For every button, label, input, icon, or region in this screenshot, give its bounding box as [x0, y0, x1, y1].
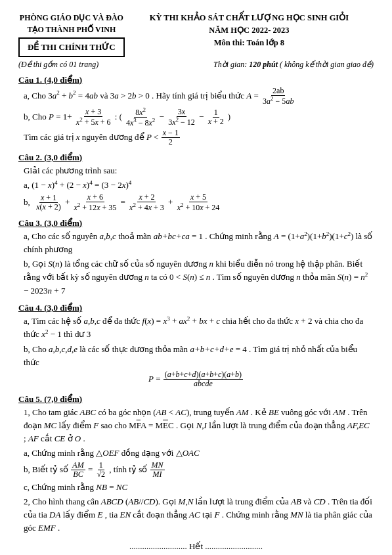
question-4: Câu 4. (3,0 điểm) a, Tìm các hệ số a,b,c… [18, 303, 374, 389]
q1b-frac3: 3x 3x2 − 12 [167, 108, 196, 127]
page-header: PHÒNG GIÁO DỤC VÀ ĐÀO TẠO THÀNH PHỐ VINH… [18, 12, 374, 57]
q1b-line2: Tìm các giá trị x nguyên dương để P < x … [18, 129, 374, 146]
q5b-frac2: 1 √2 [96, 461, 107, 479]
q2a-line: a, (1 − x)4 + (2 − x)4 = (3 − 2x)4 [18, 179, 374, 192]
subtitle-row: (Đề thi gồm có 01 trang) Thời gian: 120 … [18, 60, 374, 70]
q1a-line: a, Cho 3a2 + b2 = 4ab và 3a > 2b > 0 . H… [18, 87, 374, 106]
header-left-line2: TẠO THÀNH PHỐ VINH [18, 24, 125, 35]
q1a-fraction: 2ab 3a2 − 5ab [261, 87, 295, 106]
q2b-frac1: x + 1 x(x + 2) [35, 194, 62, 211]
q1-title: Câu 1. (4,0 điểm) [18, 75, 374, 85]
q3a-line: a, Cho các số nguyên a,b,c thoả mãn ab+b… [18, 230, 374, 257]
q4-title: Câu 4. (3,0 điểm) [18, 303, 374, 313]
question-3: Câu 3. (3,0 điểm) a, Cho các số nguyên a… [18, 218, 374, 298]
q2-intro: Giải các phương trình sau: [18, 164, 374, 177]
q4b-line1: b, Cho a,b,c,d,e là các số thực dương th… [18, 343, 374, 369]
q2b-frac4: x + 5 x2 + 10x + 24 [176, 193, 221, 212]
q1b-frac1: x + 3 x2 + 5x + 6 [75, 108, 112, 127]
q4b-expression: P = (a+b+c+d)(a+b+c)(a+b) abcde [18, 370, 374, 388]
q2b-frac2: x + 6 x2 + 12x + 35 [73, 193, 118, 212]
q1b-frac-right: x − 1 2 [162, 129, 180, 146]
q1b-frac2: 8x2 4x3 − 8x2 [125, 107, 156, 127]
q2b-line: b, x + 1 x(x + 2) + x + 6 x2 + 12x + 35 … [18, 193, 374, 212]
header-right-line1: KỲ THI KHẢO SÁT CHẤT LƯỢNG HỌC SINH GIỎI [125, 12, 374, 24]
q5b-frac3: MN MI [150, 461, 165, 479]
header-left: PHÒNG GIÁO DỤC VÀ ĐÀO TẠO THÀNH PHỐ VINH… [18, 12, 125, 57]
question-5: Câu 5. (7,0 điểm) 1, Cho tam giác ABC có… [18, 394, 374, 535]
subtitle-left: (Đề thi gồm có 01 trang) [18, 60, 98, 70]
header-right-line2: NĂM HỌC 2022- 2023 [125, 24, 374, 37]
q1b-frac4: 1 x + 2 [207, 108, 225, 126]
official-label: ĐỀ THI CHÍNH THỨC [18, 37, 125, 57]
q5-2-intro: 2, Cho hình thang cân ABCD (AB//CD). Gọi… [18, 495, 374, 535]
divider: ........................... Hết ........… [18, 541, 374, 552]
q1a-frac-num: 2ab [271, 87, 285, 96]
subtitle-right: Thời gian: 120 phút ( không kể thời gian… [213, 60, 374, 70]
header-right-line3: Môn thi: Toán lớp 8 [125, 37, 374, 49]
q1a-frac-den: 3a2 − 5ab [261, 96, 295, 106]
q5-1c-line: c, Chứng minh rằng NB = NC [18, 481, 374, 494]
question-2: Câu 2. (3,0 điểm) Giải các phương trình … [18, 152, 374, 213]
q3-title: Câu 3. (3,0 điểm) [18, 218, 374, 229]
q3b-line: b, Gọi S(n) là tổng các chữ số của số ng… [18, 257, 374, 298]
q5b-frac1: AM BC [71, 461, 85, 479]
q5-1-intro: 1, Cho tam giác ABC có ba góc nhọn (AB <… [18, 406, 374, 445]
q2b-frac3: x + 2 x2 + 4x + 3 [128, 193, 165, 212]
header-left-line1: PHÒNG GIÁO DỤC VÀ ĐÀO [18, 12, 125, 24]
q2-title: Câu 2. (3,0 điểm) [18, 152, 374, 163]
header-right: KỲ THI KHẢO SÁT CHẤT LƯỢNG HỌC SINH GIỎI… [125, 12, 374, 49]
q4b-fraction: (a+b+c+d)(a+b+c)(a+b) abcde [163, 370, 243, 388]
question-1: Câu 1. (4,0 điểm) a, Cho 3a2 + b2 = 4ab … [18, 75, 374, 147]
q5-1b-line: b, Biết tỷ số AM BC = 1 √2 , tính tỷ số … [18, 461, 374, 479]
q1b-line1: b, Cho P = 1+ x + 3 x2 + 5x + 6 : ( 8x2 … [18, 107, 374, 127]
q4a-line: a, Tìm các hệ số a,b,c để đa thức f(x) =… [18, 315, 374, 342]
q5-1a-line: a, Chứng minh rằng △OEF đồng dạng với △O… [18, 447, 374, 460]
q5-title: Câu 5. (7,0 điểm) [18, 394, 374, 405]
